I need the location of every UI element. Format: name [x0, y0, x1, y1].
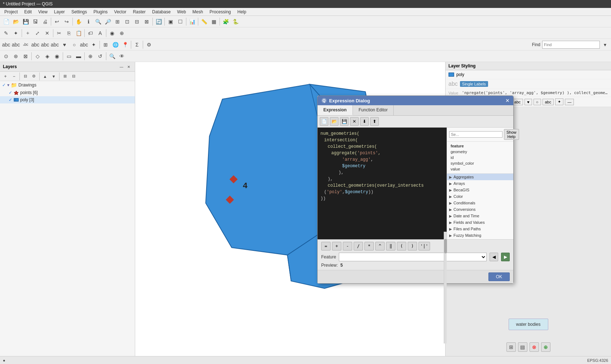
- cat-becagis[interactable]: ▶ BecaGIS: [447, 187, 513, 193]
- label-tool-5[interactable]: abc: [40, 40, 50, 49]
- expr-open-btn[interactable]: 📂: [330, 117, 338, 126]
- cat-conditionals[interactable]: ▶ Conditionals: [447, 200, 513, 206]
- zoom-layer-btn[interactable]: ⊡: [123, 17, 132, 26]
- expr-save-btn[interactable]: 💾: [340, 117, 349, 126]
- layer-item-drawings[interactable]: ✓ ▾ 📁 Drawings: [0, 81, 135, 89]
- label-tool-10[interactable]: ✦: [89, 40, 98, 49]
- plugins-btn[interactable]: 🧩: [221, 17, 230, 26]
- label-style-abc2-btn[interactable]: abc: [543, 99, 554, 105]
- expr-export-btn[interactable]: ⬆: [370, 117, 379, 126]
- label-tool-7[interactable]: ♥: [60, 40, 69, 49]
- label-tool-2[interactable]: abc: [11, 40, 21, 49]
- menu-plugins[interactable]: Plugins: [90, 9, 110, 15]
- styling-table-btn[interactable]: ⊞: [506, 342, 516, 352]
- menu-processing[interactable]: Processing: [207, 9, 234, 15]
- filter-layers-btn[interactable]: ⊟: [21, 72, 29, 80]
- expr-editor[interactable]: num_geometries( intersection( collect_ge…: [318, 128, 447, 239]
- op-pause[interactable]: ‖: [386, 242, 395, 250]
- label-style-line-btn[interactable]: —: [565, 99, 574, 105]
- expr-search-input[interactable]: [449, 131, 502, 138]
- expr-delete-btn[interactable]: ✕: [350, 117, 359, 126]
- zoom-full-btn[interactable]: ⊞: [113, 17, 122, 26]
- move-down-btn[interactable]: ▼: [50, 72, 58, 80]
- cat-arrays[interactable]: ▶ Arrays: [447, 180, 513, 187]
- menu-database[interactable]: Database: [149, 9, 173, 15]
- snap-edge-btn[interactable]: ◈: [43, 52, 52, 61]
- label-tool-9[interactable]: abc: [79, 40, 89, 49]
- run-btn[interactable]: ▶: [501, 253, 510, 261]
- save-btn[interactable]: 💾: [21, 17, 30, 26]
- layer-item-poly[interactable]: ✓ poly [3]: [0, 96, 135, 103]
- label-tool-4[interactable]: abc: [31, 40, 40, 49]
- add-feat-btn[interactable]: ＋: [23, 28, 32, 38]
- measure-btn[interactable]: 📏: [199, 17, 209, 26]
- tab-expression[interactable]: Expression: [318, 105, 353, 115]
- menu-mesh[interactable]: Mesh: [190, 9, 206, 15]
- menu-vector[interactable]: Vector: [111, 9, 129, 15]
- single-labels-btn[interactable]: Single Labels: [460, 81, 488, 87]
- gpx-btn[interactable]: 📍: [120, 40, 130, 49]
- ok-btn[interactable]: OK: [488, 272, 510, 281]
- refresh-btn[interactable]: 🔄: [154, 17, 163, 26]
- snap-center-btn[interactable]: ◉: [52, 52, 62, 61]
- cat-fields-values[interactable]: ▶ Fields and Values: [447, 219, 513, 226]
- menu-layer[interactable]: Layer: [51, 9, 68, 15]
- move-up-btn[interactable]: ▲: [41, 72, 49, 80]
- rotation-btn[interactable]: ↺: [96, 52, 105, 61]
- layers-minimize-btn[interactable]: —: [118, 63, 125, 70]
- op-minus[interactable]: -: [343, 242, 352, 250]
- label-style-circle-btn[interactable]: ○: [533, 99, 541, 105]
- snap-vertex-btn[interactable]: ◇: [33, 52, 42, 61]
- digitize-btn[interactable]: ✎: [1, 28, 11, 38]
- cat-files-paths[interactable]: ▶ Files and Paths: [447, 226, 513, 232]
- show-help-btn[interactable]: Show Help: [504, 129, 519, 140]
- menu-view[interactable]: View: [35, 9, 50, 15]
- styling-add-btn[interactable]: ⊕: [541, 342, 550, 352]
- select-feat-btn[interactable]: ▣: [166, 17, 175, 26]
- scale-input-btn[interactable]: ▬: [74, 52, 83, 61]
- paste-feat-btn[interactable]: 📋: [74, 28, 83, 38]
- cat-fuzzy[interactable]: ▶ Fuzzy Matching: [447, 232, 513, 239]
- snap-btn[interactable]: ⊕: [117, 28, 127, 38]
- label-btn[interactable]: 🏷: [86, 28, 95, 38]
- find-input[interactable]: [542, 41, 600, 49]
- menu-help[interactable]: Help: [235, 9, 249, 15]
- label-tool-3[interactable]: ₐbc: [21, 40, 30, 49]
- node-tool-btn[interactable]: ✦: [11, 28, 21, 38]
- field-value[interactable]: value: [447, 166, 513, 172]
- redo-btn[interactable]: ↪: [62, 17, 71, 26]
- zoom-in-btn[interactable]: 🔍: [93, 17, 103, 26]
- nav-prev-btn[interactable]: ◀: [490, 253, 498, 261]
- remove-layer-btn[interactable]: −: [10, 72, 18, 80]
- menu-project[interactable]: Project: [1, 9, 21, 15]
- zoom-out-btn[interactable]: 🔎: [103, 17, 112, 26]
- label-tool-1[interactable]: abc: [1, 40, 11, 49]
- tab-function-editor[interactable]: Function Editor: [353, 105, 394, 115]
- field-calc-btn[interactable]: Σ: [132, 40, 142, 49]
- label-tool-6[interactable]: abc: [50, 40, 59, 49]
- field-feature[interactable]: feature: [447, 143, 513, 149]
- zoom-native-btn[interactable]: ⊠: [142, 17, 151, 26]
- scale-bar-btn[interactable]: ▭: [64, 52, 74, 61]
- save-as-btn[interactable]: 🖫: [31, 17, 40, 26]
- print-btn[interactable]: 🖨: [40, 17, 50, 26]
- find-type-btn[interactable]: ▾: [600, 40, 610, 49]
- snap-mode-btn[interactable]: ⊛: [11, 52, 21, 61]
- add-layer-btn[interactable]: +: [1, 72, 9, 80]
- snap-config-btn[interactable]: ⊙: [1, 52, 11, 61]
- python-btn[interactable]: 🐍: [231, 17, 240, 26]
- expr-close-btn[interactable]: ✕: [505, 98, 510, 103]
- deselect-btn[interactable]: ☐: [176, 17, 185, 26]
- cat-color[interactable]: ▶ Color: [447, 193, 513, 200]
- topology-btn[interactable]: ⊠: [21, 52, 30, 61]
- delete-feat-btn[interactable]: ✕: [43, 28, 52, 38]
- label-tool-8[interactable]: ○: [70, 40, 79, 49]
- cat-conversions[interactable]: ▶ Conversions: [447, 206, 513, 213]
- styling-delete-btn[interactable]: ⊗: [530, 342, 539, 352]
- magnify-btn[interactable]: 🔍: [107, 52, 117, 61]
- styling-chart-btn[interactable]: ▤: [518, 342, 527, 352]
- menu-web[interactable]: Web: [174, 9, 189, 15]
- label-move-btn[interactable]: A: [96, 28, 105, 38]
- copy-feat-btn[interactable]: ⎘: [64, 28, 74, 38]
- menu-settings[interactable]: Settings: [68, 9, 90, 15]
